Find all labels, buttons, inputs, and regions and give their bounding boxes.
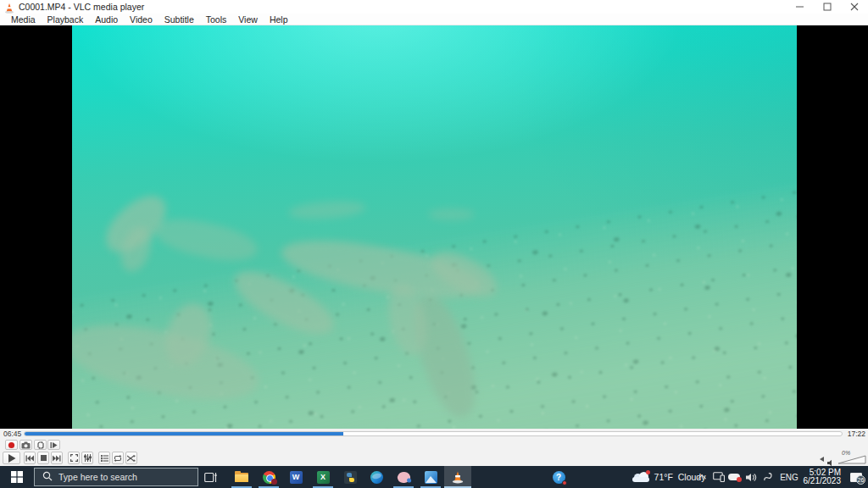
title-bar: C0001.MP4 - VLC media player [0,0,868,14]
control-bar: 0% [0,439,868,466]
task-view-button[interactable] [198,466,222,488]
start-button[interactable] [0,466,34,488]
snapshot-button[interactable] [19,440,32,450]
search-placeholder: Type here to search [58,472,137,482]
weather-temp: 71°F [654,472,673,482]
lab-app-icon [396,470,411,484]
edge-icon [370,471,383,484]
taskbar-app-excel[interactable]: X [309,466,337,488]
playlist-button[interactable] [98,452,110,464]
duration-time: 17:22 [848,430,865,438]
video-area[interactable] [0,25,868,429]
volume-percent-label: 0% [842,450,850,456]
search-input[interactable]: Type here to search [34,468,198,486]
taskbar-app-vlc[interactable] [444,466,471,488]
taskbar-app-edge[interactable] [363,466,390,488]
search-icon [42,469,53,485]
play-button[interactable] [3,452,20,464]
screen: C0001.MP4 - VLC media player Media Playb… [0,0,868,488]
hidden-icons-chevron[interactable] [695,466,710,488]
cloud-icon [632,472,649,482]
menu-help[interactable]: Help [264,14,294,25]
chrome-icon [263,471,275,484]
python-icon [344,471,357,484]
menu-tools[interactable]: Tools [200,14,233,25]
photos-icon [425,471,437,484]
onedrive-alert-icon[interactable] [726,466,743,488]
fullscreen-button[interactable] [68,452,80,464]
minimize-button[interactable] [787,0,814,14]
notification-center-button[interactable]: 26 [844,466,868,488]
language-indicator[interactable]: ENG [776,466,802,488]
previous-button[interactable] [24,452,36,464]
random-button[interactable] [125,452,137,464]
stop-button[interactable] [37,452,49,464]
menu-playback[interactable]: Playback [42,14,90,25]
menu-video[interactable]: Video [124,14,159,25]
close-button[interactable] [841,0,868,14]
toolbar-overflow-arrow-icon[interactable] [820,457,824,462]
tray-volume-icon[interactable] [743,466,760,488]
taskbar-app-python[interactable] [337,466,364,488]
seek-bar[interactable] [24,431,843,436]
menu-view[interactable]: View [232,14,264,25]
menu-subtitle[interactable]: Subtitle [159,14,200,25]
date-label: 6/21/2023 [804,477,842,486]
taskbar-app-lab[interactable] [390,466,417,488]
taskbar-app-photos[interactable] [417,466,444,488]
frame-step-button[interactable] [47,440,60,450]
seek-row: 06:45 17:22 [0,429,868,439]
loop-a-b-button[interactable] [34,440,47,450]
maximize-button[interactable] [814,0,841,14]
volume-slider[interactable]: 0% [837,454,866,464]
notification-icon: 26 [850,473,862,482]
next-button[interactable] [51,452,63,464]
distant-shark-shape [428,208,475,220]
left-shark-body [150,212,261,267]
display-device-icon[interactable] [710,466,727,488]
tray-help-icon[interactable]: ? [549,466,568,488]
windows-ink-pen-icon[interactable] [760,466,776,488]
file-explorer-icon [235,470,248,484]
window-title: C0001.MP4 - VLC media player [19,2,144,12]
loop-button[interactable] [112,452,124,464]
extended-settings-button[interactable] [81,452,93,464]
distant-shark-shape [287,199,366,221]
record-button[interactable] [5,440,18,450]
clock[interactable]: 5:02 PM 6/21/2023 [802,466,843,488]
taskbar: Type here to search W X [0,466,868,488]
menu-audio[interactable]: Audio [89,14,124,25]
notification-count-badge: 26 [856,475,865,485]
video-display[interactable] [72,25,797,429]
elapsed-time: 06:45 [3,430,21,438]
menu-bar: Media Playback Audio Video Subtitle Tool… [0,14,868,25]
word-icon: W [290,471,303,484]
taskbar-app-word[interactable]: W [282,466,309,488]
seek-progress-fill [25,432,343,435]
taskbar-app-file-explorer[interactable] [228,466,255,488]
excel-icon: X [317,471,330,484]
menu-media[interactable]: Media [5,14,42,25]
taskbar-app-chrome[interactable] [255,466,282,488]
vlc-icon [452,471,464,484]
